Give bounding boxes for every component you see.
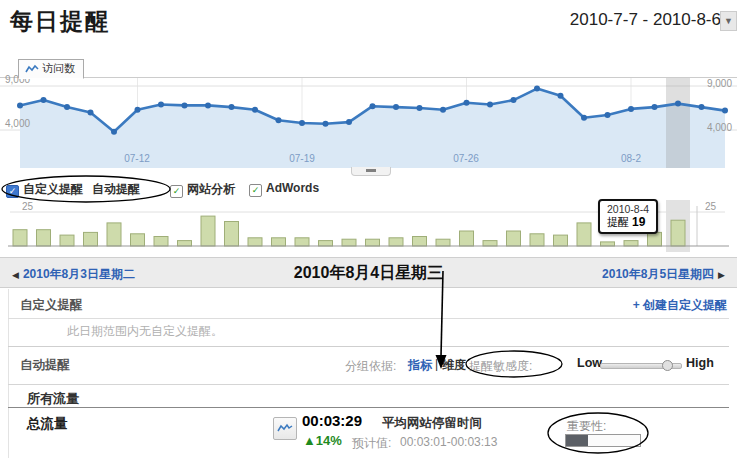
importance-fill	[566, 435, 588, 446]
left-border	[8, 289, 9, 458]
y-axis-label: 9,000	[707, 78, 732, 89]
custom-alerts-empty-message: 此日期范围内无自定义提醒。	[67, 323, 223, 340]
chart-collapse-handle[interactable]	[351, 167, 391, 176]
high-label: High	[686, 356, 714, 370]
sparkline-button[interactable]	[273, 417, 297, 440]
sparkline-icon	[277, 422, 293, 434]
divider	[8, 384, 729, 385]
tooltip-date: 2010-8-4	[607, 203, 649, 215]
checked-checkbox-icon: ✓	[249, 184, 262, 197]
day-navigation-bar: ◀2010年8月3日星期二 2010年8月4日星期三 2010年8月5日星期四▶	[0, 257, 737, 288]
bar-tooltip: 2010-8-4 提醒 19	[598, 199, 658, 234]
x-axis-label: 07-26	[446, 153, 486, 164]
divider	[8, 346, 729, 347]
group-by-label: 分组依据:	[345, 358, 396, 375]
y-axis-label: 4,000	[5, 118, 30, 129]
tooltip-label: 提醒	[607, 216, 629, 228]
checked-checkbox-icon: ✓	[6, 185, 19, 198]
tooltip-value: 19	[632, 215, 645, 229]
date-range-selector[interactable]: 2010-7-7 - 2010-8-6	[570, 10, 721, 30]
expected-label: 预计值:	[352, 435, 391, 452]
page-title: 每日提醒	[10, 6, 110, 37]
sensitivity-label: 提醒敏感度:	[469, 358, 532, 375]
checkbox-label: 自定义提醒	[23, 182, 83, 196]
all-traffic-title: 所有流量	[27, 390, 79, 408]
x-axis-label: 08-2	[611, 153, 651, 164]
tab-visits[interactable]: 访问数	[18, 59, 84, 79]
create-custom-alert-link[interactable]: + 创建自定义提醒	[633, 297, 727, 314]
y-axis-label: 4,000	[707, 122, 732, 133]
sparkline-icon	[25, 64, 39, 74]
bar-y-axis-label: 25	[22, 201, 33, 212]
change-percent: ▲14%	[303, 433, 342, 448]
expected-range: 00:03:01-00:03:13	[400, 435, 497, 449]
next-day-link[interactable]: 2010年8月5日星期四▶	[602, 266, 729, 283]
right-arrow-icon: ▶	[718, 270, 725, 280]
divider	[8, 407, 729, 408]
low-label: Low	[577, 356, 602, 370]
checked-checkbox-icon: ✓	[170, 185, 183, 198]
auto-alerts-title: 自动提醒	[20, 357, 70, 374]
checkbox-adwords[interactable]: ✓AdWords	[249, 181, 319, 197]
metric-value: 00:03:29	[302, 412, 362, 429]
bar-y-axis-label: 25	[705, 201, 716, 212]
date-range-label: 2010-7-7 - 2010-8-6	[570, 10, 721, 29]
checkbox-custom-alerts[interactable]: ✓自定义提醒	[6, 181, 83, 198]
separator: |	[435, 357, 438, 371]
divider	[8, 318, 729, 319]
slider-handle[interactable]	[662, 360, 673, 371]
metric-name: 平均网站停留时间	[382, 415, 482, 432]
handle-grip-icon	[366, 169, 376, 172]
total-traffic-title: 总流量	[27, 415, 68, 433]
custom-alerts-title: 自定义提醒	[20, 297, 83, 314]
metric-link[interactable]: 指标	[408, 357, 432, 374]
checkbox-label: AdWords	[266, 181, 319, 195]
importance-label: 重要性:	[567, 418, 606, 435]
chevron-down-icon[interactable]: ▼	[720, 11, 737, 31]
sensitivity-slider[interactable]	[600, 363, 682, 369]
next-day-label: 2010年8月5日星期四	[602, 267, 714, 281]
daily-alerts-page: 每日提醒 2010-7-7 - 2010-8-6 ▼ 访问数 9,000 9,0…	[0, 0, 737, 460]
tab-visits-label: 访问数	[42, 62, 75, 74]
dimension-link[interactable]: 维度	[442, 357, 466, 374]
x-axis-label: 07-12	[117, 153, 157, 164]
checkbox-label: 自动提醒	[92, 182, 140, 196]
importance-bar	[565, 434, 641, 447]
checkbox-site-analytics[interactable]: ✓网站分析	[170, 181, 235, 198]
x-axis-label: 07-19	[282, 153, 322, 164]
filter-auto-alerts[interactable]: 自动提醒	[92, 181, 140, 198]
checkbox-label: 网站分析	[187, 182, 235, 196]
